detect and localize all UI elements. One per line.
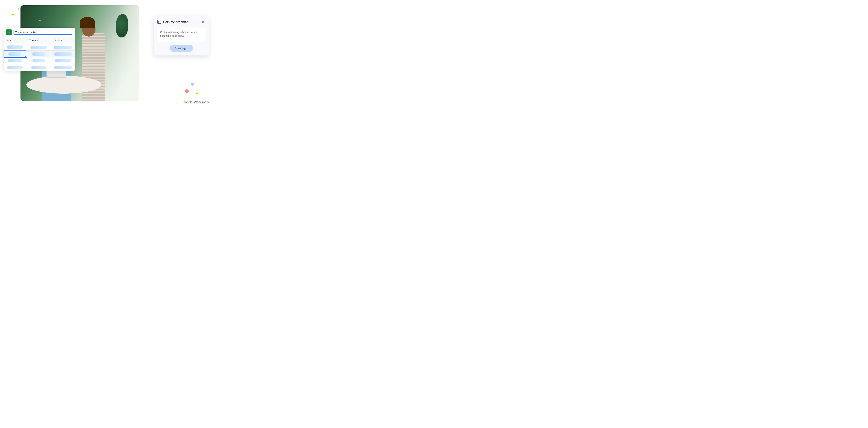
cell-todo-1[interactable] [4,44,26,51]
main-scene: ✦ ✦ ✦ [0,0,217,107]
sparkle-blue-top-left-icon: ✦ [17,7,20,11]
svg-rect-8 [157,20,161,24]
col-label-status: Status [57,39,64,42]
dueby-icon [29,39,31,42]
bar-todo-4 [7,66,23,69]
col-header-dueby: Due by [26,37,51,44]
google-letter-G: G [183,101,185,104]
table-row [4,57,75,64]
bar-dueby-3 [32,59,45,62]
cell-status-2[interactable] [51,51,75,57]
ai-panel-header: Help me organize × [157,20,206,25]
ai-panel-title: Help me organize [157,20,188,25]
google-letter-o2: o [187,101,188,104]
dot-pink-decoration [39,20,41,21]
status-icon: ⊙ [54,39,56,42]
table-header-row: ☑ To do [4,37,75,44]
person-standing-hair [80,17,95,28]
svg-rect-2 [8,32,10,32]
svg-rect-4 [29,39,31,41]
google-letter-e: e [191,101,193,104]
spreadsheet-panel: ☑ To do [4,28,75,71]
workspace-label: Workspace [194,101,210,104]
ai-creating-button[interactable]: Creating... [170,45,193,52]
svg-rect-3 [8,33,9,33]
bar-status-3 [55,59,71,62]
bar-todo-3 [8,59,22,62]
col-label-dueby: Due by [32,39,39,42]
ai-panel-title-text: Help me organize [163,20,188,24]
google-sheets-icon [6,29,12,35]
cell-todo-4[interactable] [4,64,26,71]
bar-status-1 [54,46,72,49]
svg-rect-1 [8,32,10,32]
diamond-pink-decoration [185,89,189,93]
selection-handle [25,56,27,58]
ai-prompt-text: Create a tracking schedule for an upcomi… [157,27,206,42]
google-letter-g: g [188,101,190,104]
bar-status-4 [54,66,72,69]
spreadsheet-header [4,28,75,37]
table-row-selected [4,51,75,57]
table-row [4,64,75,71]
sparkle-gold-bottom-right-icon: ✦ [195,91,199,96]
col-label-todo: To do [10,39,16,42]
cell-dueby-2[interactable] [26,51,51,57]
bar-dueby-4 [31,66,46,69]
cell-status-4[interactable] [51,64,75,71]
plant-decoration [116,14,128,37]
ai-panel: Help me organize × Create a tracking sch… [154,16,209,55]
table-row [4,44,75,51]
ai-panel-close-button[interactable]: × [200,20,206,25]
cell-todo-3[interactable] [4,57,26,64]
cell-dueby-4[interactable] [26,64,51,71]
organize-icon [157,20,161,25]
bar-dueby-1 [30,46,47,49]
bar-status-2 [54,52,72,56]
google-logo: Google [183,101,192,104]
google-workspace-brand: Google Workspace [183,101,210,104]
cell-dueby-1[interactable] [26,44,51,51]
bar-dueby-2 [32,52,45,56]
cell-status-3[interactable] [51,57,75,64]
google-letter-o1: o [185,101,187,104]
spreadsheet-title-input[interactable] [13,30,72,35]
sparkle-gold-top-left-icon: ✦ [11,12,14,17]
col-header-status: ⊙ Status [51,37,75,44]
todo-icon: ☑ [6,39,9,42]
bar-todo-1 [7,46,23,49]
spreadsheet-table: ☑ To do [4,37,75,71]
bar-todo-2 [8,52,22,56]
desk [26,76,101,94]
cell-todo-2-selected[interactable] [4,51,26,57]
circle-blue-decoration [191,83,194,86]
cell-status-1[interactable] [51,44,75,51]
col-header-todo: ☑ To do [4,37,26,44]
cell-dueby-3[interactable] [26,57,51,64]
